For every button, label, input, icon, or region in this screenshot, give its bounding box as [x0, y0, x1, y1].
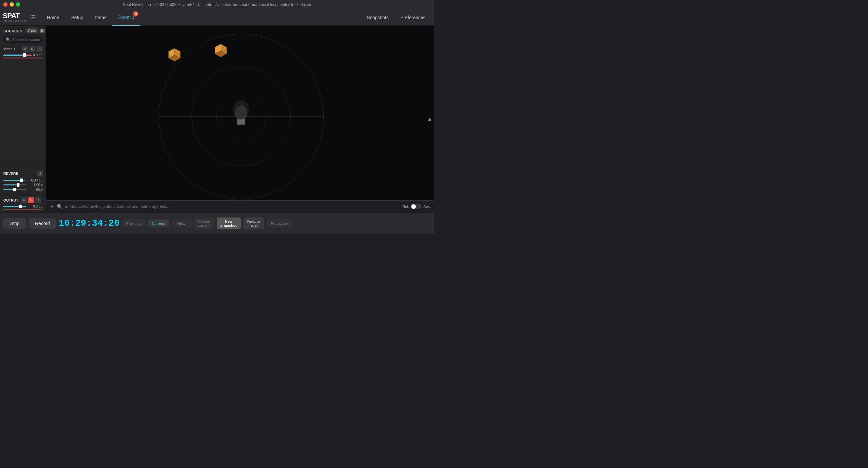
filter-chevron[interactable]: ▼	[50, 204, 54, 209]
reverb-row-1: 0.00 dB	[3, 178, 42, 182]
current-snapshot-btn[interactable]: Current:	[148, 220, 169, 227]
s-shortcut: S	[40, 29, 44, 33]
sources-label: SOURCES	[3, 29, 23, 33]
search-bar: 🔍	[3, 36, 43, 43]
reverb-row-2: 1.00 x	[3, 183, 42, 187]
reverb-row-3: 65.0	[3, 188, 42, 192]
search-icon-room: 🔍	[57, 204, 62, 209]
output-solo-btn[interactable]: S	[35, 197, 41, 203]
minimize-button[interactable]	[9, 2, 14, 7]
transport-bar: Stop Record 10:29:34:20 Previous: Curren…	[0, 212, 434, 234]
sources-header: SOURCES Clear S	[0, 26, 46, 35]
app-logo: SPAT REVOLUTION	[3, 12, 26, 23]
close-button[interactable]	[3, 2, 8, 7]
output-section: OUTPUT ⊘ M S 0.0 dB	[0, 195, 46, 212]
traffic-lights	[3, 2, 20, 7]
toggle-knob	[411, 204, 416, 209]
reverb-header: REVERB M	[3, 171, 42, 176]
record-button[interactable]: Record	[29, 218, 56, 229]
logo-text: SPAT	[3, 11, 20, 20]
rel-abs-toggle: Rel. Abs.	[402, 204, 431, 209]
output-m-btn[interactable]: M	[28, 197, 34, 203]
rel-label: Rel.	[402, 205, 409, 209]
reverb-value-3: 65.0	[28, 188, 42, 192]
sidebar-spacer	[0, 59, 46, 168]
nav-items: Home Setup Items Room 1 M	[41, 9, 361, 26]
room-search-input[interactable]	[70, 204, 400, 209]
source-name: Mono 1	[3, 47, 21, 51]
nav-room1[interactable]: Room 1 M	[112, 9, 141, 26]
maximize-button[interactable]	[16, 2, 20, 7]
output-slider[interactable]	[3, 206, 26, 207]
reverb-slider-1[interactable]	[3, 180, 26, 181]
scroll-indicator: ▲	[426, 114, 434, 124]
hamburger-menu[interactable]: ☰	[29, 13, 38, 22]
nav-preferences[interactable]: Preferences	[395, 9, 431, 26]
source-solo-btn[interactable]: S	[37, 46, 42, 52]
room-searchbar: ▼ 🔍 ≡ Rel. Abs.	[46, 200, 434, 212]
reverb-value-2: 1.00 x	[28, 183, 42, 187]
source-mute-btn[interactable]: M	[29, 46, 35, 52]
reverb-label: REVERB	[3, 172, 19, 175]
source-volume-label: 0.0 dB	[33, 53, 42, 57]
nav-home[interactable]: Home	[41, 9, 65, 26]
source-volume-container: 0.0 dB	[3, 53, 42, 58]
clear-button[interactable]: Clear	[26, 28, 38, 33]
new-snapshot-btn[interactable]: New snapshot	[217, 217, 241, 229]
reverb-slider-3[interactable]	[3, 189, 26, 190]
previous-snapshot-btn[interactable]: Previous:	[122, 220, 145, 227]
search-icon: 🔍	[6, 37, 10, 42]
source-null-btn[interactable]: ⊘	[22, 46, 28, 52]
stop-button[interactable]: Stop	[3, 218, 26, 229]
output-volume-row: 0.0 dB	[3, 205, 42, 208]
room-badge: M	[133, 11, 138, 17]
nav-snapshots[interactable]: Snapshots	[361, 9, 394, 26]
menubar: SPAT REVOLUTION ☰ Home Setup Items Room …	[0, 9, 434, 26]
source-item-mono1: Mono 1 ⊘ M S 0.0 dB	[0, 45, 46, 59]
update-current-btn[interactable]: Update current	[194, 217, 214, 229]
source-header: Mono 1 ⊘ M S	[3, 46, 42, 52]
output-null-btn[interactable]: ⊘	[21, 197, 27, 203]
output-label: OUTPUT	[3, 198, 18, 202]
relative-recall-btn[interactable]: Relative recall	[243, 217, 265, 229]
logo-subtitle: REVOLUTION	[3, 20, 26, 23]
propagate-btn[interactable]: Propagate	[267, 220, 292, 227]
output-header: OUTPUT ⊘ M S	[3, 197, 42, 203]
reverb-section: REVERB M 0.00 dB 1.00 x	[0, 168, 46, 195]
toggle-pill[interactable]	[411, 204, 422, 209]
reverb-slider-2[interactable]	[3, 184, 26, 185]
main-content: SOURCES Clear S 🔍 Mono 1 ⊘ M S	[0, 26, 434, 212]
window-title: Spat Revolution - 24.08.0.50399 - arm64 …	[123, 2, 311, 7]
reverb-value-1: 0.00 dB	[28, 178, 42, 182]
timecode-display: 10:29:34:20	[58, 218, 120, 228]
room-svg	[46, 26, 434, 212]
sidebar: SOURCES Clear S 🔍 Mono 1 ⊘ M S	[0, 26, 46, 212]
abs-label: Abs.	[424, 205, 431, 209]
room-area: ▲	[46, 26, 434, 212]
search-input[interactable]	[12, 38, 40, 42]
next-snapshot-btn[interactable]: Next:	[172, 220, 192, 227]
titlebar: Spat Revolution - 24.08.0.50399 - arm64 …	[0, 0, 434, 9]
logo-area: SPAT REVOLUTION ☰	[3, 12, 38, 23]
menu-icon-room[interactable]: ≡	[65, 204, 68, 209]
output-volume-label: 0.0 dB	[28, 205, 42, 208]
nav-items-menu[interactable]: Items	[89, 9, 112, 26]
nav-setup[interactable]: Setup	[65, 9, 89, 26]
svg-point-14	[233, 100, 249, 120]
reverb-mute-btn[interactable]: M	[37, 171, 42, 176]
nav-right: Snapshots Preferences	[361, 9, 431, 26]
